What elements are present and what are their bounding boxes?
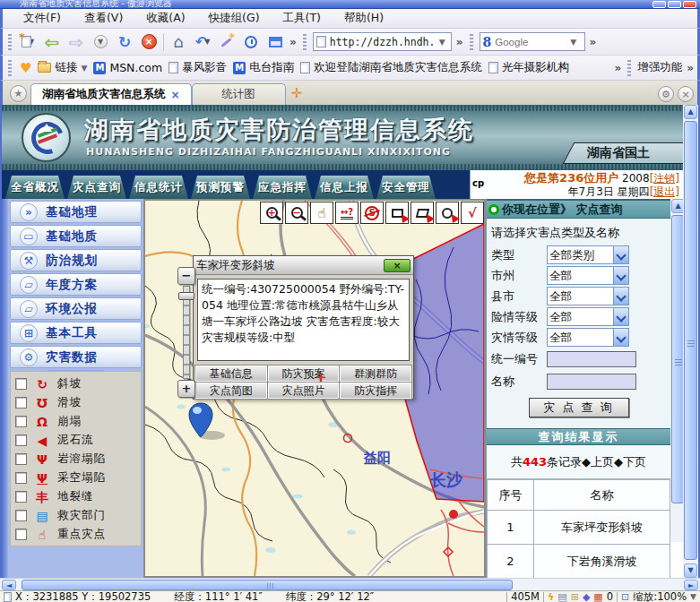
link-storm-player[interactable]: 暴风影音: [169, 60, 227, 75]
scroll-down-icon[interactable]: ▼: [684, 563, 697, 578]
slider-zoom-out-button[interactable]: −: [177, 267, 195, 285]
chevron-down-icon[interactable]: ▼: [570, 38, 576, 47]
calculator-icon[interactable]: ▦: [593, 592, 602, 602]
prev-page-link[interactable]: ◆上页: [582, 454, 614, 470]
chevron-down-icon[interactable]: [613, 267, 628, 284]
disaster-level-select[interactable]: 全部: [547, 328, 629, 347]
zoom-out-button[interactable]: −: [285, 202, 308, 224]
scroll-thumb[interactable]: [22, 580, 513, 590]
checkbox[interactable]: [15, 434, 27, 446]
chevron-down-icon[interactable]: [613, 288, 628, 305]
new-tab-icon[interactable]: ✛: [291, 87, 306, 101]
city-marker[interactable]: [449, 510, 458, 519]
tab-chart[interactable]: 统计图: [192, 83, 286, 105]
tab-main[interactable]: 湖南省地质灾害信息系统×: [30, 83, 192, 105]
history-button[interactable]: [241, 32, 261, 52]
chevron-down-icon[interactable]: [613, 308, 628, 325]
note-icon[interactable]: ⊞: [571, 592, 579, 602]
clear-selection-button[interactable]: S: [360, 202, 384, 224]
slider-thumb[interactable]: [178, 292, 194, 300]
toolbar-grip[interactable]: [8, 60, 12, 76]
chevron-down-icon[interactable]: [613, 246, 628, 263]
nav-forecast-warning[interactable]: 预测预警: [191, 176, 250, 199]
county-select[interactable]: 全部: [547, 287, 629, 305]
new-page-button[interactable]: ▼: [18, 32, 38, 52]
url-input[interactable]: [330, 36, 436, 48]
link-photo-studio[interactable]: 光年摄影机构: [488, 60, 569, 75]
zoom-window-icon[interactable]: ⊡: [621, 592, 629, 602]
menu-groups[interactable]: 快捷组(G): [197, 9, 272, 28]
horizontal-scrollbar[interactable]: ◄ ►: [0, 578, 700, 590]
home-button[interactable]: ⌂: [169, 32, 188, 52]
addons-label[interactable]: 增强功能: [637, 60, 682, 75]
panel-scrollbar[interactable]: ▲: [670, 199, 683, 542]
slider-track[interactable]: [183, 286, 190, 379]
wrench-icon[interactable]: ⚙: [658, 86, 674, 102]
map-viewport[interactable]: 益阳 长沙 + − ☝ ↔? S ▲ ▲ ▲ √: [143, 199, 486, 578]
sidebar-item-disaster-data[interactable]: ⚙灾害数据: [10, 346, 142, 368]
close-icon[interactable]: [683, 1, 696, 8]
toolbar-overflow-icon[interactable]: »: [456, 36, 463, 48]
addons-overflow-icon[interactable]: »: [687, 62, 694, 74]
name-input[interactable]: [547, 374, 636, 390]
sidebar-item-basic-tools[interactable]: ⊞基本工具: [10, 322, 142, 344]
toolbar-overflow-icon[interactable]: »: [590, 36, 597, 48]
page-scrollbar[interactable]: ▲ ▼: [683, 105, 698, 578]
risk-level-select[interactable]: 全部: [547, 307, 629, 326]
diamond-icon[interactable]: ◆: [583, 592, 590, 602]
sidebar-item-base-geography[interactable]: »基础地理: [10, 201, 142, 223]
query-submit-button[interactable]: 灾 点 查 询: [529, 398, 629, 417]
confirm-button[interactable]: √: [461, 202, 484, 224]
menu-favorites[interactable]: 收藏(A): [134, 9, 196, 28]
unified-id-input[interactable]: [547, 351, 636, 367]
sidebar-item-base-geology[interactable]: ▭基础地质: [10, 225, 142, 247]
menu-help[interactable]: 帮助(H): [333, 9, 395, 28]
checkbox[interactable]: [15, 510, 27, 521]
forward-button[interactable]: ⇨: [66, 32, 86, 52]
site-sketch-button[interactable]: 灾点简图: [195, 383, 267, 399]
checkbox[interactable]: [15, 378, 27, 390]
nav-security[interactable]: 安全管理: [376, 176, 436, 199]
links-overflow-icon[interactable]: »: [614, 62, 621, 74]
toolbar-overflow-icon[interactable]: »: [290, 36, 297, 48]
stop-button[interactable]: ×: [139, 32, 159, 52]
prevention-plan-button[interactable]: 防灾预案: [268, 366, 340, 382]
measure-button[interactable]: ↔?: [335, 202, 359, 224]
favorites-heart-icon[interactable]: ♥: [20, 60, 31, 76]
magic-fill-button[interactable]: [217, 32, 237, 52]
minimize-icon[interactable]: [652, 1, 666, 8]
tab-close-icon[interactable]: ×: [171, 89, 180, 101]
zoom-level[interactable]: 缩放:100%: [633, 590, 687, 602]
sidebar-item-env-bulletin[interactable]: ▱环境公报: [10, 297, 142, 320]
undo-button[interactable]: ↶▼: [193, 32, 212, 52]
checkbox[interactable]: [15, 453, 27, 465]
lightning-icon[interactable]: ϟ: [548, 592, 554, 602]
nav-statistics[interactable]: 信息统计: [129, 176, 188, 199]
toolbar-grip[interactable]: [8, 34, 12, 50]
logout-link[interactable]: [注销]: [650, 172, 679, 185]
scroll-up-icon[interactable]: ▲: [671, 199, 683, 213]
table-row[interactable]: 2 下岩角溪滑坡: [488, 545, 670, 579]
popup-close-icon[interactable]: ×: [384, 259, 410, 272]
chevron-down-icon[interactable]: ▼: [690, 592, 696, 601]
search-box[interactable]: 8 ▼: [480, 32, 585, 51]
dropdown-button[interactable]: ▼: [91, 32, 110, 52]
link-radio-guide[interactable]: M电台指南: [233, 60, 294, 75]
zoom-in-button[interactable]: +: [260, 202, 283, 224]
chevron-down-icon[interactable]: ▼: [439, 38, 445, 47]
toolbar-grip[interactable]: [303, 34, 307, 50]
nav-overview[interactable]: 全省概况: [5, 176, 65, 199]
links-folder[interactable]: 链接▼: [38, 60, 87, 75]
link-msn[interactable]: MMSN.com: [93, 61, 162, 74]
nav-info-report[interactable]: 信息上报: [315, 176, 374, 199]
sidebar-item-prevention-plan[interactable]: ⚒防治规划: [10, 249, 142, 271]
type-select[interactable]: 全部类别: [547, 245, 629, 264]
nav-disaster-query[interactable]: 灾点查询: [67, 176, 126, 199]
popup-titlebar[interactable]: 车家坪变形斜坡 ×: [194, 256, 413, 275]
toolbar-grip[interactable]: [470, 34, 473, 50]
checkbox[interactable]: [15, 529, 27, 540]
rect-select-button[interactable]: ▲: [385, 202, 409, 224]
scroll-left-icon[interactable]: ◄: [2, 580, 16, 590]
table-row[interactable]: 1 车家坪变形斜坡: [488, 511, 670, 545]
group-monitor-button[interactable]: 群测群防: [340, 366, 411, 382]
